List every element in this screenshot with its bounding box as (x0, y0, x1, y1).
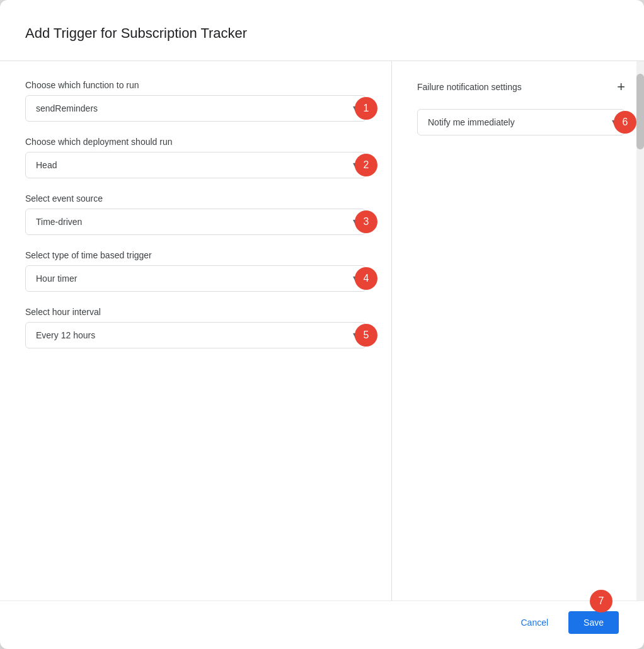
step-badge-5: 5 (355, 324, 377, 347)
notify-dropdown[interactable]: Notify me immediately Notify me daily No… (417, 109, 625, 135)
failure-notification-header: Failure notification settings + (417, 80, 625, 94)
function-dropdown-wrapper: sendReminders onOpen onEdit ▾ 1 (25, 95, 366, 122)
hour-interval-dropdown-wrapper: Every hour Every 2 hours Every 4 hours E… (25, 322, 366, 348)
function-section: Choose which function to run sendReminde… (25, 80, 366, 122)
trigger-type-dropdown-wrapper: Hour timer Day timer Week timer Month ti… (25, 265, 366, 292)
event-source-dropdown[interactable]: Time-driven From spreadsheet (25, 209, 366, 235)
deployment-dropdown[interactable]: Head Latest (25, 152, 366, 178)
add-failure-notification-button[interactable]: + (617, 80, 625, 94)
notify-dropdown-wrapper: Notify me immediately Notify me daily No… (417, 109, 625, 135)
hour-interval-label: Select hour interval (25, 307, 366, 317)
function-dropdown[interactable]: sendReminders onOpen onEdit (25, 95, 366, 122)
step-badge-2: 2 (355, 154, 377, 176)
deployment-section: Choose which deployment should run Head … (25, 137, 366, 178)
scrollbar-track (636, 61, 644, 600)
step-badge-7: 7 (590, 590, 612, 612)
hour-interval-dropdown[interactable]: Every hour Every 2 hours Every 4 hours E… (25, 322, 366, 348)
hour-interval-section: Select hour interval Every hour Every 2 … (25, 307, 366, 348)
save-button[interactable]: Save (568, 611, 619, 634)
function-label: Choose which function to run (25, 80, 366, 90)
step-badge-4: 4 (355, 267, 377, 290)
step-badge-1: 1 (355, 97, 377, 120)
deployment-label: Choose which deployment should run (25, 137, 366, 147)
scrollbar-thumb[interactable] (636, 74, 644, 149)
notify-section: Notify me immediately Notify me daily No… (417, 109, 625, 135)
right-column: Failure notification settings + Notify m… (392, 61, 644, 600)
event-source-label: Select event source (25, 193, 366, 204)
dialog-title: Add Trigger for Subscription Tracker (0, 25, 644, 60)
trigger-type-label: Select type of time based trigger (25, 250, 366, 260)
dialog-footer: 7 Cancel Save (0, 600, 644, 649)
trigger-type-dropdown[interactable]: Hour timer Day timer Week timer Month ti… (25, 265, 366, 292)
dialog: Add Trigger for Subscription Tracker Cho… (0, 0, 644, 649)
event-source-dropdown-wrapper: Time-driven From spreadsheet ▾ 3 (25, 209, 366, 235)
event-source-section: Select event source Time-driven From spr… (25, 193, 366, 235)
cancel-button[interactable]: Cancel (510, 612, 558, 633)
step-badge-3: 3 (355, 210, 377, 233)
dialog-body: Choose which function to run sendReminde… (0, 60, 644, 600)
left-column: Choose which function to run sendReminde… (0, 61, 392, 600)
deployment-dropdown-wrapper: Head Latest ▾ 2 (25, 152, 366, 178)
failure-notification-label: Failure notification settings (417, 82, 522, 92)
step-badge-6: 6 (614, 111, 636, 134)
trigger-type-section: Select type of time based trigger Hour t… (25, 250, 366, 292)
